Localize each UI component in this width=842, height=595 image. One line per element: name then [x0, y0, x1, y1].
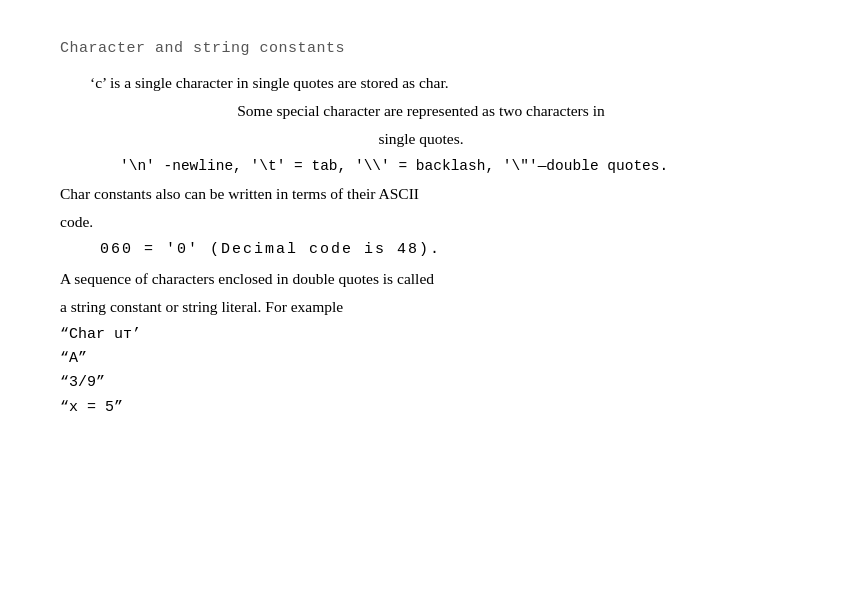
- paragraph-1-line3: single quotes.: [60, 127, 782, 151]
- paragraph-3-line2: code.: [60, 210, 782, 234]
- example-1: “Char uт’: [60, 323, 782, 346]
- example-2: “A”: [60, 347, 782, 370]
- paragraph-1-line1: ‘c’ is a single character in single quot…: [90, 71, 782, 95]
- paragraph-4-line1: A sequence of characters enclosed in dou…: [60, 267, 782, 291]
- paragraph-4-line2: a string constant or string literal. For…: [60, 295, 782, 319]
- paragraph-3-line1: Char constants also can be written in te…: [60, 182, 782, 206]
- page: Character and string constants ‘c’ is a …: [0, 0, 842, 595]
- page-title: Character and string constants: [60, 40, 782, 57]
- example-4: “x = 5”: [60, 396, 782, 419]
- ascii-code-line: 060 = '0' (Decimal code is 48).: [100, 238, 782, 261]
- paragraph-2: '\n' -newline, '\t' = tab, '\\' = backla…: [120, 155, 782, 177]
- content-area: ‘c’ is a single character in single quot…: [60, 71, 782, 419]
- example-3: “3/9”: [60, 371, 782, 394]
- paragraph-1-line2: Some special character are represented a…: [60, 99, 782, 123]
- examples-section: “Char uт’ “A” “3/9” “x = 5”: [60, 323, 782, 419]
